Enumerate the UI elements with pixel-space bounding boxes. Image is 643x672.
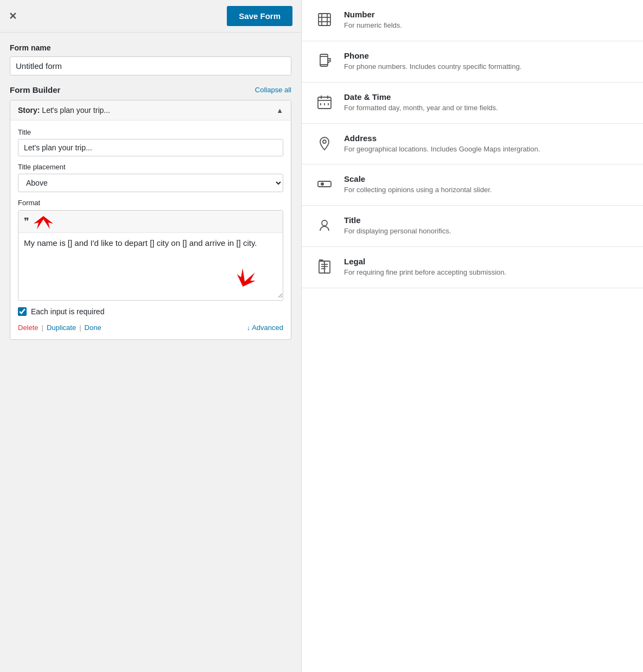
required-checkbox[interactable]: [18, 307, 27, 316]
right-panel: Number For numeric fields. Phone For pho…: [301, 0, 643, 672]
advanced-link[interactable]: ↓ Advanced: [247, 324, 283, 332]
field-type-item-title[interactable]: Title For displaying personal honorifics…: [302, 206, 643, 247]
field-type-item-address[interactable]: Address For geographical locations. Incl…: [302, 124, 643, 165]
delete-link[interactable]: Delete: [18, 324, 39, 332]
title-placement-label: Title placement: [18, 163, 283, 171]
format-textarea[interactable]: My name is [] and I'd like to depart [] …: [18, 233, 283, 298]
phone-desc: For phone numbers. Includes country spec…: [344, 62, 630, 72]
legal-icon: [315, 257, 334, 276]
svg-point-20: [323, 140, 326, 143]
scale-info: Scale For collecting opinions using a ho…: [344, 174, 630, 195]
duplicate-link[interactable]: Duplicate: [47, 324, 76, 332]
datetime-icon: [315, 92, 334, 112]
field-type-item-scale[interactable]: Scale For collecting opinions using a ho…: [302, 164, 643, 206]
svg-rect-13: [318, 97, 331, 109]
form-builder-header: Form Builder Collapse all: [10, 85, 291, 94]
svg-point-22: [321, 182, 324, 186]
scale-desc: For collecting opinions using a horizont…: [344, 185, 630, 195]
legal-info: Legal For requiring fine print before ac…: [344, 257, 630, 278]
story-collapse-arrow: ▲: [276, 106, 283, 115]
datetime-desc: For formatted day, month, year and or ti…: [344, 103, 630, 113]
phone-name: Phone: [344, 51, 630, 60]
title-desc: For displaying personal honorifics.: [344, 226, 630, 237]
address-name: Address: [344, 134, 630, 143]
number-info: Number For numeric fields.: [344, 10, 630, 31]
required-label: Each input is required: [31, 307, 104, 316]
legal-name: Legal: [344, 257, 630, 266]
form-name-label: Form name: [10, 43, 291, 52]
phone-info: Phone For phone numbers. Includes countr…: [344, 51, 630, 72]
toolbar-red-arrow: [34, 214, 53, 229]
collapse-all-link[interactable]: Collapse all: [255, 86, 291, 94]
top-bar: ✕ Save Form: [0, 0, 301, 33]
svg-rect-2: [319, 14, 330, 26]
form-builder-label: Form Builder: [10, 85, 60, 94]
title-field-label: Title: [18, 128, 283, 136]
sep-2: |: [79, 324, 81, 332]
address-desc: For geographical locations. Includes Goo…: [344, 144, 630, 155]
svg-rect-21: [318, 181, 331, 187]
datetime-info: Date & Time For formatted day, month, ye…: [344, 92, 630, 113]
field-type-item-number[interactable]: Number For numeric fields.: [302, 0, 643, 41]
svg-point-23: [322, 220, 327, 226]
left-panel: ✕ Save Form Form name Form Builder Colla…: [0, 0, 301, 672]
number-name: Number: [344, 10, 630, 19]
scale-icon: [315, 174, 334, 194]
title-info: Title For displaying personal honorifics…: [344, 215, 630, 237]
field-types-list: Number For numeric fields. Phone For pho…: [302, 0, 643, 288]
number-icon: [315, 10, 334, 29]
format-toolbar: ❞: [18, 211, 283, 233]
title-field-input[interactable]: [18, 139, 283, 156]
title-icon: [315, 215, 334, 235]
close-button[interactable]: ✕: [9, 11, 17, 21]
datetime-name: Date & Time: [344, 92, 630, 102]
form-name-input[interactable]: [10, 56, 291, 75]
format-label: Format: [18, 199, 283, 207]
title-name: Title: [344, 215, 630, 225]
story-header[interactable]: Story: Let's plan your trip... ▲: [10, 100, 291, 121]
phone-icon: [315, 51, 334, 71]
scale-name: Scale: [344, 174, 630, 183]
number-desc: For numeric fields.: [344, 21, 630, 31]
title-placement-select[interactable]: Above Below: [18, 174, 283, 192]
field-type-item-datetime[interactable]: Date & Time For formatted day, month, ye…: [302, 83, 643, 124]
done-link[interactable]: Done: [85, 324, 101, 332]
legal-desc: For requiring fine print before acceptin…: [344, 268, 630, 278]
format-text-wrapper: My name is [] and I'd like to depart [] …: [18, 233, 283, 300]
address-info: Address For geographical locations. Incl…: [344, 134, 630, 155]
address-icon: [315, 134, 334, 153]
svg-marker-0: [34, 216, 53, 229]
story-label: Story: Let's plan your trip...: [18, 106, 110, 115]
field-type-item-phone[interactable]: Phone For phone numbers. Includes countr…: [302, 41, 643, 83]
story-body: Title Title placement Above Below Format…: [10, 121, 291, 339]
story-block: Story: Let's plan your trip... ▲ Title T…: [10, 100, 291, 340]
quote-icon[interactable]: ❞: [24, 215, 29, 227]
save-form-button[interactable]: Save Form: [227, 6, 292, 26]
action-row: Delete | Duplicate | Done ↓ Advanced: [18, 324, 283, 332]
sep-1: |: [42, 324, 43, 332]
checkbox-row: Each input is required: [18, 307, 283, 316]
field-type-item-legal[interactable]: Legal For requiring fine print before ac…: [302, 247, 643, 288]
format-box: ❞ My name is [] and I'd like to depart […: [18, 210, 283, 301]
form-content: Form name Form Builder Collapse all Stor…: [0, 33, 301, 672]
